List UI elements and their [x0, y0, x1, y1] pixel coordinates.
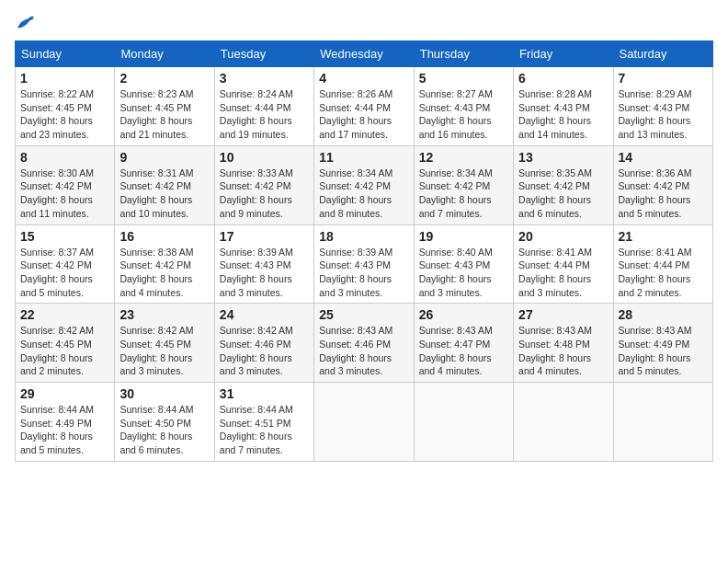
logo-bird-icon	[16, 15, 36, 31]
day-number: 3	[220, 71, 309, 86]
day-info: Sunrise: 8:26 AMSunset: 4:44 PMDaylight:…	[319, 87, 408, 142]
weekday-header-cell: Friday	[514, 41, 613, 67]
calendar-day-cell	[514, 383, 613, 462]
day-number: 18	[319, 229, 408, 244]
day-info: Sunrise: 8:30 AMSunset: 4:42 PMDaylight:…	[20, 167, 109, 221]
day-number: 29	[20, 386, 109, 401]
day-info: Sunrise: 8:28 AMSunset: 4:43 PMDaylight:…	[518, 87, 608, 142]
weekday-header-cell: Monday	[115, 41, 214, 67]
calendar-day-cell: 25Sunrise: 8:43 AMSunset: 4:46 PMDayligh…	[314, 304, 414, 383]
day-info: Sunrise: 8:43 AMSunset: 4:48 PMDaylight:…	[518, 324, 608, 378]
calendar-day-cell	[414, 383, 513, 462]
calendar-day-cell: 17Sunrise: 8:39 AMSunset: 4:43 PMDayligh…	[214, 224, 313, 304]
calendar-day-cell: 18Sunrise: 8:39 AMSunset: 4:43 PMDayligh…	[314, 224, 414, 304]
day-number: 28	[619, 307, 708, 322]
calendar-day-cell: 2Sunrise: 8:23 AMSunset: 4:45 PMDaylight…	[115, 67, 214, 146]
calendar-week-row: 29Sunrise: 8:44 AMSunset: 4:49 PMDayligh…	[16, 383, 713, 462]
calendar-table: SundayMondayTuesdayWednesdayThursdayFrid…	[15, 40, 713, 462]
day-number: 24	[220, 307, 309, 322]
calendar-day-cell: 28Sunrise: 8:43 AMSunset: 4:49 PMDayligh…	[613, 304, 712, 383]
calendar-day-cell	[613, 383, 712, 462]
day-info: Sunrise: 8:40 AMSunset: 4:43 PMDaylight:…	[419, 246, 508, 300]
day-info: Sunrise: 8:29 AMSunset: 4:43 PMDaylight:…	[619, 87, 708, 142]
day-info: Sunrise: 8:24 AMSunset: 4:44 PMDaylight:…	[220, 87, 309, 142]
calendar-day-cell: 24Sunrise: 8:42 AMSunset: 4:46 PMDayligh…	[214, 304, 313, 383]
calendar-day-cell: 29Sunrise: 8:44 AMSunset: 4:49 PMDayligh…	[16, 383, 115, 462]
day-number: 17	[220, 229, 309, 244]
weekday-header-cell: Thursday	[414, 41, 513, 67]
day-number: 15	[20, 229, 109, 244]
calendar-day-cell: 22Sunrise: 8:42 AMSunset: 4:45 PMDayligh…	[16, 304, 115, 383]
day-info: Sunrise: 8:44 AMSunset: 4:49 PMDaylight:…	[20, 403, 109, 457]
day-info: Sunrise: 8:41 AMSunset: 4:44 PMDaylight:…	[518, 246, 608, 300]
day-number: 27	[518, 307, 608, 322]
day-info: Sunrise: 8:44 AMSunset: 4:51 PMDaylight:…	[220, 403, 309, 457]
day-number: 20	[518, 229, 608, 244]
day-number: 25	[319, 307, 408, 322]
calendar-day-cell: 12Sunrise: 8:34 AMSunset: 4:42 PMDayligh…	[414, 145, 513, 224]
day-number: 4	[319, 71, 408, 86]
calendar-week-row: 8Sunrise: 8:30 AMSunset: 4:42 PMDaylight…	[16, 145, 713, 224]
day-info: Sunrise: 8:31 AMSunset: 4:42 PMDaylight:…	[119, 167, 209, 221]
day-number: 19	[419, 229, 508, 244]
day-info: Sunrise: 8:35 AMSunset: 4:42 PMDaylight:…	[518, 167, 608, 221]
day-info: Sunrise: 8:37 AMSunset: 4:42 PMDaylight:…	[20, 246, 109, 300]
day-info: Sunrise: 8:42 AMSunset: 4:46 PMDaylight:…	[220, 324, 309, 378]
day-number: 2	[119, 71, 209, 86]
day-number: 16	[119, 229, 209, 244]
calendar-day-cell: 31Sunrise: 8:44 AMSunset: 4:51 PMDayligh…	[214, 383, 313, 462]
day-info: Sunrise: 8:39 AMSunset: 4:43 PMDaylight:…	[319, 246, 408, 300]
weekday-header-cell: Wednesday	[314, 41, 414, 67]
calendar-day-cell: 11Sunrise: 8:34 AMSunset: 4:42 PMDayligh…	[314, 145, 414, 224]
calendar-day-cell: 13Sunrise: 8:35 AMSunset: 4:42 PMDayligh…	[514, 145, 613, 224]
day-number: 22	[20, 307, 109, 322]
calendar-day-cell: 1Sunrise: 8:22 AMSunset: 4:45 PMDaylight…	[16, 67, 115, 146]
calendar-day-cell: 23Sunrise: 8:42 AMSunset: 4:45 PMDayligh…	[115, 304, 214, 383]
day-info: Sunrise: 8:23 AMSunset: 4:45 PMDaylight:…	[119, 87, 209, 142]
calendar-week-row: 15Sunrise: 8:37 AMSunset: 4:42 PMDayligh…	[16, 224, 713, 304]
calendar-day-cell: 7Sunrise: 8:29 AMSunset: 4:43 PMDaylight…	[613, 67, 712, 146]
calendar-body: 1Sunrise: 8:22 AMSunset: 4:45 PMDaylight…	[16, 67, 713, 462]
calendar-day-cell: 20Sunrise: 8:41 AMSunset: 4:44 PMDayligh…	[514, 224, 613, 304]
day-info: Sunrise: 8:27 AMSunset: 4:43 PMDaylight:…	[419, 87, 508, 142]
calendar-day-cell: 8Sunrise: 8:30 AMSunset: 4:42 PMDaylight…	[16, 145, 115, 224]
day-number: 11	[319, 150, 408, 165]
calendar-day-cell: 26Sunrise: 8:43 AMSunset: 4:47 PMDayligh…	[414, 304, 513, 383]
day-number: 6	[518, 71, 608, 86]
day-number: 12	[419, 150, 508, 165]
calendar-day-cell: 16Sunrise: 8:38 AMSunset: 4:42 PMDayligh…	[115, 224, 214, 304]
calendar-day-cell: 9Sunrise: 8:31 AMSunset: 4:42 PMDaylight…	[115, 145, 214, 224]
day-info: Sunrise: 8:34 AMSunset: 4:42 PMDaylight:…	[319, 167, 408, 221]
calendar-day-cell: 21Sunrise: 8:41 AMSunset: 4:44 PMDayligh…	[613, 224, 712, 304]
weekday-header-row: SundayMondayTuesdayWednesdayThursdayFrid…	[16, 41, 713, 67]
day-number: 9	[119, 150, 209, 165]
day-info: Sunrise: 8:43 AMSunset: 4:49 PMDaylight:…	[619, 324, 708, 378]
weekday-header-cell: Tuesday	[214, 41, 313, 67]
calendar-day-cell: 3Sunrise: 8:24 AMSunset: 4:44 PMDaylight…	[214, 67, 313, 146]
calendar-day-cell: 19Sunrise: 8:40 AMSunset: 4:43 PMDayligh…	[414, 224, 513, 304]
day-number: 7	[619, 71, 708, 86]
calendar-day-cell: 10Sunrise: 8:33 AMSunset: 4:42 PMDayligh…	[214, 145, 313, 224]
calendar-day-cell: 14Sunrise: 8:36 AMSunset: 4:42 PMDayligh…	[613, 145, 712, 224]
day-number: 13	[518, 150, 608, 165]
day-info: Sunrise: 8:42 AMSunset: 4:45 PMDaylight:…	[119, 324, 209, 378]
calendar-day-cell: 27Sunrise: 8:43 AMSunset: 4:48 PMDayligh…	[514, 304, 613, 383]
day-number: 30	[119, 386, 209, 401]
logo	[15, 15, 37, 31]
day-info: Sunrise: 8:41 AMSunset: 4:44 PMDaylight:…	[619, 246, 708, 300]
calendar-day-cell	[314, 383, 414, 462]
day-info: Sunrise: 8:38 AMSunset: 4:42 PMDaylight:…	[119, 246, 209, 300]
day-info: Sunrise: 8:39 AMSunset: 4:43 PMDaylight:…	[220, 246, 309, 300]
calendar-day-cell: 30Sunrise: 8:44 AMSunset: 4:50 PMDayligh…	[115, 383, 214, 462]
calendar-day-cell: 15Sunrise: 8:37 AMSunset: 4:42 PMDayligh…	[16, 224, 115, 304]
day-info: Sunrise: 8:42 AMSunset: 4:45 PMDaylight:…	[20, 324, 109, 378]
calendar-week-row: 1Sunrise: 8:22 AMSunset: 4:45 PMDaylight…	[16, 67, 713, 146]
page-header	[15, 15, 713, 31]
day-number: 21	[619, 229, 708, 244]
day-number: 1	[20, 71, 109, 86]
calendar-week-row: 22Sunrise: 8:42 AMSunset: 4:45 PMDayligh…	[16, 304, 713, 383]
weekday-header-cell: Saturday	[613, 41, 712, 67]
day-info: Sunrise: 8:34 AMSunset: 4:42 PMDaylight:…	[419, 167, 508, 221]
day-info: Sunrise: 8:43 AMSunset: 4:47 PMDaylight:…	[419, 324, 508, 378]
day-info: Sunrise: 8:36 AMSunset: 4:42 PMDaylight:…	[619, 167, 708, 221]
